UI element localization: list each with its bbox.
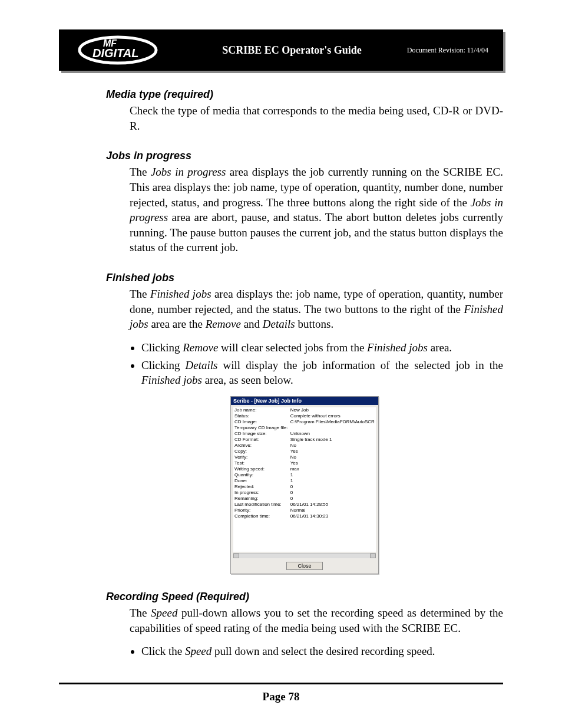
table-row: Remaining:0 <box>233 496 376 502</box>
list-item: Click the Speed pull down and select the… <box>141 644 503 659</box>
table-row: Completion time:06/21/01 14:30:23 <box>233 513 376 519</box>
table-row: Done:1 <box>233 478 376 484</box>
list-item: Clicking Details will display the job in… <box>141 358 503 388</box>
page: MF DIGITAL SCRIBE EC Operator's Guide Do… <box>0 0 562 727</box>
finished-jobs-bullets: Clicking Remove will clear selected jobs… <box>141 340 503 388</box>
page-number: Page 78 <box>59 690 503 703</box>
job-info-table: Job name:New JobStatus:Complete without … <box>233 407 376 552</box>
table-row: Rejected:0 <box>233 484 376 490</box>
heading-recording-speed: Recording Speed (Required) <box>106 591 503 603</box>
table-row: Verify:No <box>233 454 376 460</box>
close-button[interactable]: Close <box>286 562 323 570</box>
heading-media-type: Media type (required) <box>106 88 503 101</box>
table-row: Priority:Normal <box>233 508 376 513</box>
table-row: In progress:0 <box>233 490 376 496</box>
heading-finished-jobs: Finished jobs <box>106 272 503 284</box>
doc-revision: Document Revision: 11/4/04 <box>407 46 503 55</box>
logo-text-bottom: DIGITAL <box>92 47 139 60</box>
dialog-body: Job name:New JobStatus:Complete without … <box>231 405 378 574</box>
table-row: Writing speed:max <box>233 466 376 472</box>
table-row: CD Format:Single track mode 1 <box>233 437 376 443</box>
dialog-scrollbar[interactable] <box>233 553 376 558</box>
text-recording-speed: The Speed pull-down allows you to set th… <box>130 605 503 635</box>
list-item: Clicking Remove will clear selected jobs… <box>141 340 503 355</box>
logo: MF DIGITAL <box>59 34 177 67</box>
footer-rule <box>59 683 503 684</box>
table-row: Last modification time:06/21/01 14:28:55 <box>233 502 376 508</box>
table-row: Temporary CD Image file: <box>233 425 376 431</box>
recording-speed-bullets: Click the Speed pull down and select the… <box>141 644 503 659</box>
doc-title: SCRIBE EC Operator's Guide <box>177 44 407 57</box>
job-info-dialog: Scribe - [New Job] Job Info Job name:New… <box>230 396 379 574</box>
table-row: CD Image:C:\Program Files\MediaFORM\Auto… <box>233 419 376 425</box>
text-finished-jobs: The Finished jobs area displays the: job… <box>130 286 503 332</box>
table-row: Test:Yes <box>233 460 376 466</box>
table-row: Archive:No <box>233 443 376 449</box>
table-row: Status:Complete without errors <box>233 413 376 419</box>
table-row: Copy:Yes <box>233 449 376 454</box>
heading-jobs-in-progress: Jobs in progress <box>106 150 503 162</box>
header-bar: MF DIGITAL SCRIBE EC Operator's Guide Do… <box>59 29 503 71</box>
text-jobs-in-progress: The Jobs in progress area displays the j… <box>130 164 503 255</box>
dialog-title: Scribe - [New Job] Job Info <box>231 397 378 405</box>
text-media-type: Check the type of media that corresponds… <box>130 103 503 133</box>
table-row: CD Image size:Unknown <box>233 431 376 437</box>
table-row: Job name:New Job <box>233 407 376 413</box>
content: Media type (required) Check the type of … <box>59 88 503 659</box>
table-row: Quantity:1 <box>233 472 376 478</box>
